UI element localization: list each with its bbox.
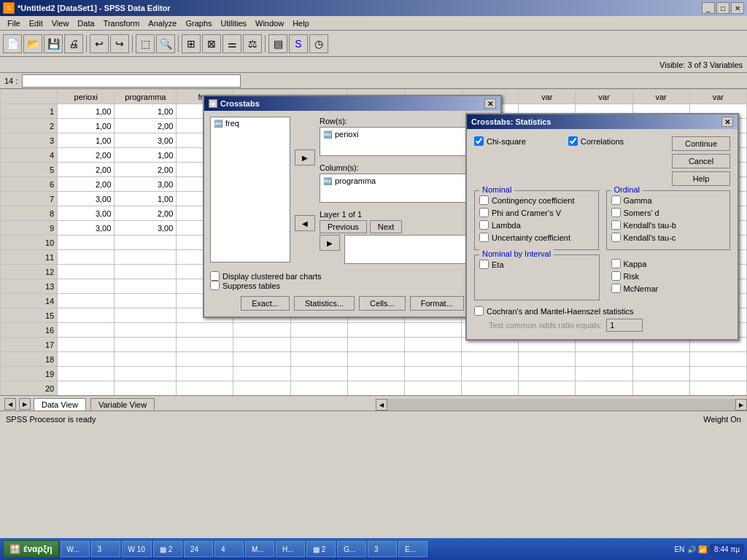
var-list-label-freq: freq [225, 119, 239, 128]
eta-row: Eta [479, 260, 595, 269]
stats-title-text: Crosstabs: Statistics [471, 117, 551, 126]
somers-checkbox[interactable] [611, 208, 621, 217]
nominal-by-interval-section: Nominal by Interval Eta [474, 254, 600, 300]
kappa-label: Kappa [624, 260, 647, 268]
kappa-section: Kappa Risk McNemar [607, 254, 731, 300]
risk-checkbox[interactable] [611, 271, 621, 281]
suppress-tables-checkbox[interactable] [210, 281, 220, 290]
kendall-taub-row: Kendall's tau-b [611, 220, 726, 230]
kendall-taub-checkbox[interactable] [611, 220, 621, 230]
format-btn[interactable]: Format... [410, 296, 464, 311]
phi-cramer-label: Phi and Cramer's V [492, 209, 561, 217]
cochran-row: Cochran's and Mantel-Haenszel statistics [474, 306, 730, 316]
chi-square-row: Chi-square [474, 136, 526, 146]
somers-row: Somers' d [611, 208, 726, 217]
risk-row: Risk [611, 271, 727, 281]
lambda-row: Lambda [479, 220, 594, 230]
cells-btn[interactable]: Cells... [359, 296, 406, 311]
kendall-taub-label: Kendall's tau-b [624, 221, 676, 230]
kendall-tauc-checkbox[interactable] [611, 233, 621, 242]
next-btn[interactable]: Next [370, 220, 403, 233]
correlations-checkbox[interactable] [568, 136, 578, 146]
crosstabs-dialog: ■ Crosstabs ✕ 🔤 freq ▶ ◀ [203, 95, 502, 318]
uncertainty-checkbox[interactable] [479, 233, 489, 242]
suppress-tables-label: Suppress tables [222, 281, 280, 290]
stats-body: Chi-square Correlations Continue Cancel … [467, 129, 738, 339]
odds-ratio-row: Test common odds ratio equals: [474, 319, 730, 332]
gamma-row: Gamma [611, 195, 726, 205]
var-icon-freq: 🔤 [214, 120, 222, 128]
move-right-btn[interactable]: ▶ [295, 149, 315, 166]
stats-close-btn[interactable]: ✕ [721, 117, 733, 127]
var-list[interactable]: 🔤 freq [210, 117, 290, 262]
stats-title-bar: Crosstabs: Statistics ✕ [467, 114, 738, 129]
ordinal-title: Ordinal [611, 185, 643, 194]
eta-label: Eta [492, 260, 504, 269]
gamma-label: Gamma [624, 196, 652, 205]
phi-cramer-row: Phi and Cramer's V [479, 208, 594, 217]
correlations-area: Correlations [568, 136, 624, 149]
kappa-checkbox[interactable] [611, 259, 621, 268]
crosstabs-close-btn[interactable]: ✕ [484, 98, 496, 109]
kappa-row: Kappa [611, 259, 727, 268]
cochran-checkbox[interactable] [474, 306, 484, 316]
stats-action-buttons: Continue Cancel Help [672, 136, 730, 186]
rows-var-icon: 🔤 [323, 131, 332, 139]
suppress-tables-row: Suppress tables [210, 281, 495, 290]
contingency-checkbox[interactable] [479, 195, 489, 205]
kendall-tauc-row: Kendall's tau-c [611, 233, 726, 242]
odds-input[interactable] [606, 319, 643, 332]
uncertainty-label: Uncertainty coefficient [492, 233, 570, 242]
contingency-row: Contingency coefficient [479, 195, 594, 205]
gamma-checkbox[interactable] [611, 195, 621, 205]
statistics-dialog: Crosstabs: Statistics ✕ Chi-square [465, 113, 739, 341]
crosstabs-title-text: Crosstabs [220, 99, 260, 108]
layer-move-btn[interactable]: ▶ [320, 235, 340, 251]
crosstabs-checkboxes: Display clustered bar charts Suppress ta… [204, 270, 500, 292]
columns-var-icon: 🔤 [323, 177, 332, 185]
ordinal-section: Ordinal Gamma Somers' d Kendall's tau-b [606, 190, 731, 250]
chi-square-checkbox[interactable] [474, 136, 484, 146]
display-charts-checkbox[interactable] [210, 271, 220, 281]
risk-label: Risk [624, 272, 639, 281]
var-list-item-freq[interactable]: 🔤 freq [211, 117, 290, 129]
previous-btn[interactable]: Previous [320, 220, 367, 233]
cochran-section: Cochran's and Mantel-Haenszel statistics… [474, 306, 730, 332]
crosstabs-action-buttons: Exact... Statistics... Cells... Format..… [204, 292, 500, 316]
help-btn[interactable]: Help [672, 171, 730, 186]
move-buttons-area: ▶ ◀ [295, 117, 315, 264]
nominal-title: Nominal [479, 185, 514, 194]
modal-overlay: ■ Crosstabs ✕ 🔤 freq ▶ ◀ [0, 0, 747, 560]
cancel-btn[interactable]: Cancel [672, 154, 730, 168]
lambda-checkbox[interactable] [479, 220, 489, 230]
eta-checkbox[interactable] [479, 260, 489, 269]
rows-var-label: perioxi [335, 130, 358, 139]
somers-label: Somers' d [624, 209, 659, 217]
continue-btn[interactable]: Continue [672, 136, 730, 151]
mcnemar-checkbox[interactable] [611, 284, 621, 293]
mcnemar-label: McNemar [624, 284, 659, 293]
display-charts-label: Display clustered bar charts [222, 272, 322, 281]
uncertainty-row: Uncertainty coefficient [479, 233, 594, 242]
exact-btn[interactable]: Exact... [241, 296, 290, 311]
move-left-btn[interactable]: ◀ [295, 215, 315, 231]
test-odds-label: Test common odds ratio equals: [489, 321, 602, 330]
mcnemar-row: McNemar [611, 284, 727, 293]
correlations-row: Correlations [568, 136, 624, 146]
phi-cramer-checkbox[interactable] [479, 208, 489, 217]
crosstabs-icon: ■ [209, 99, 217, 108]
contingency-label: Contingency coefficient [492, 196, 575, 205]
top-checkboxes: Chi-square [474, 136, 526, 149]
nominal-interval-title: Nominal by Interval [479, 249, 554, 258]
kendall-tauc-label: Kendall's tau-c [624, 233, 676, 242]
correlations-label: Correlations [581, 137, 624, 146]
statistics-btn[interactable]: Statistics... [294, 296, 355, 311]
nominal-section: Nominal Contingency coefficient Phi and … [474, 190, 599, 250]
chi-square-label: Chi-square [487, 137, 526, 146]
display-charts-row: Display clustered bar charts [210, 271, 495, 281]
cochran-label: Cochran's and Mantel-Haenszel statistics [487, 307, 633, 316]
crosstabs-title-bar: ■ Crosstabs ✕ [204, 96, 500, 111]
columns-var-label: programma [335, 176, 376, 185]
lambda-label: Lambda [492, 221, 521, 230]
